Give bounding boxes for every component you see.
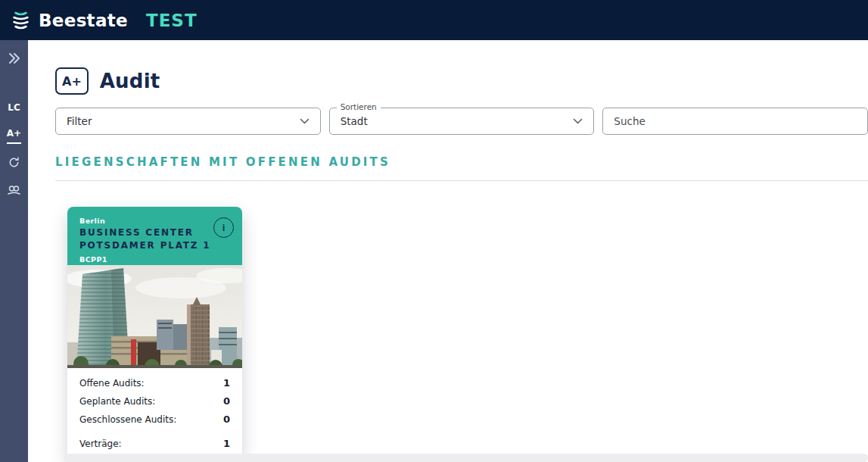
horizontal-scrollbar[interactable]: [64, 454, 868, 462]
stat-label: Geschlossene Audits:: [79, 414, 176, 425]
topbar: Beestate TEST: [0, 0, 868, 40]
filter-dropdown[interactable]: Filter: [55, 108, 321, 135]
sidebar-item-lc[interactable]: LC: [8, 102, 20, 113]
sort-dropdown-value: Stadt: [341, 115, 368, 127]
property-photo: [67, 265, 242, 368]
property-code: BCPP1: [79, 255, 233, 264]
property-city: Berlin: [79, 217, 233, 225]
expand-sidebar-icon[interactable]: [8, 52, 21, 67]
audit-badge: A+: [55, 67, 89, 95]
open-audits-section: Berlin BUSINESS CENTER POTSDAMER PLATZ 1…: [28, 181, 868, 420]
sort-dropdown-label: Sortieren: [337, 102, 381, 111]
sync-icon[interactable]: [8, 156, 20, 172]
section-heading: LIEGENSCHAFTEN MIT OFFENEN AUDITS: [55, 155, 868, 169]
property-card-header: Berlin BUSINESS CENTER POTSDAMER PLATZ 1…: [67, 207, 242, 265]
brand-name[interactable]: Beestate: [39, 11, 128, 30]
stat-row-planned-audits: Geplante Audits: 0: [79, 395, 230, 407]
sidebar: LC A+: [0, 40, 28, 462]
stat-value: 0: [223, 395, 230, 407]
environment-label: TEST: [146, 11, 198, 30]
contacts-icon[interactable]: [7, 184, 21, 198]
stat-value: 1: [223, 438, 230, 449]
property-card[interactable]: Berlin BUSINESS CENTER POTSDAMER PLATZ 1…: [67, 207, 242, 461]
page-header: A+ Audit: [55, 67, 868, 95]
chevron-down-icon: [300, 118, 310, 124]
stat-label: Geplante Audits:: [79, 396, 155, 407]
sort-dropdown[interactable]: Sortieren Stadt: [329, 108, 595, 135]
page-title: Audit: [100, 70, 160, 92]
stat-label: Offene Audits:: [79, 378, 145, 389]
property-stats: Offene Audits: 1 Geplante Audits: 0 Gesc…: [67, 368, 242, 461]
search-input[interactable]: [602, 108, 868, 135]
controls-row: Filter Sortieren Stadt: [28, 108, 868, 135]
stat-row-closed-audits: Geschlossene Audits: 0: [79, 414, 230, 425]
stat-value: 1: [223, 377, 230, 389]
beestate-logo-icon: [11, 8, 31, 33]
info-icon[interactable]: i: [213, 217, 234, 238]
stat-row-contracts: Verträge: 1: [79, 438, 230, 449]
main-content: A+ Audit Filter Sortieren Stadt LIEGENSC…: [28, 40, 868, 462]
stat-row-open-audits: Offene Audits: 1: [79, 377, 230, 389]
chevron-down-icon: [573, 118, 583, 124]
sidebar-item-audit-active[interactable]: A+: [7, 128, 21, 144]
property-name: BUSINESS CENTER POTSDAMER PLATZ 1: [79, 226, 233, 253]
stat-label: Verträge:: [79, 439, 122, 449]
stat-value: 0: [223, 414, 230, 425]
filter-dropdown-value: Filter: [67, 115, 92, 127]
